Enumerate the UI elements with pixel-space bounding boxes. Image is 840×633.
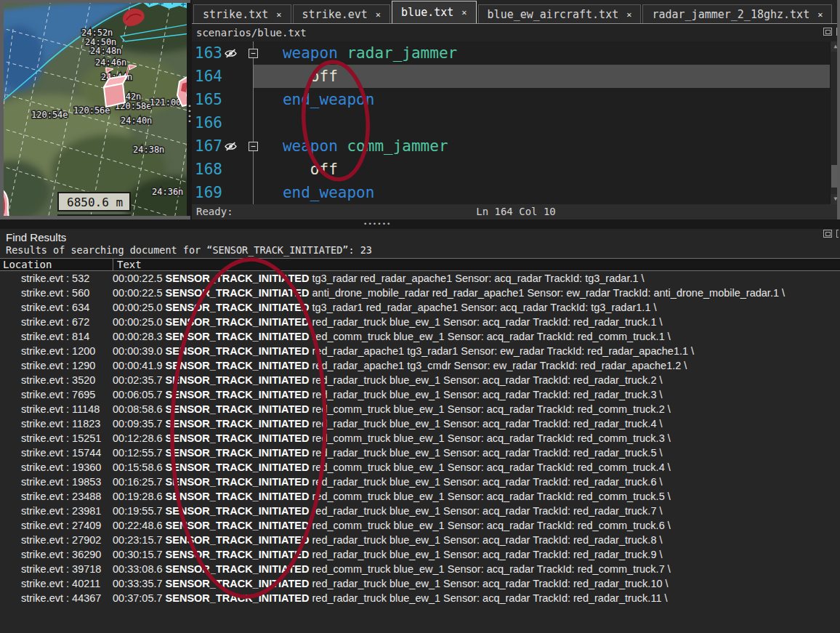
result-location: strike.evt : 11148 [0,402,113,416]
result-text: 00:33:35.7 SENSOR_TRACK_INITIATED red_ra… [113,576,840,591]
code-line-169[interactable]: 169 end_weapon [192,181,830,204]
tab-radar_jammer_2_18ghz.txt[interactable]: radar_jammer_2_18ghz.txt✕ [642,4,832,23]
vertical-splitter[interactable]: •••• [187,0,192,219]
find-results-panel: Find Results Results of searching docume… [0,229,840,633]
result-row[interactable]: strike.evt : 3629000:30:15.7 SENSOR_TRAC… [0,547,840,562]
float-window-icon[interactable] [823,230,832,238]
tab-close-icon[interactable]: ✕ [276,9,281,20]
fold-collapse-icon[interactable]: − [249,49,258,58]
result-text: 00:22:48.6 SENSOR_TRACK_INITIATED red_co… [113,518,840,533]
result-row[interactable]: strike.evt : 56000:00:22.5 SENSOR_TRACK_… [0,286,840,300]
gutter: 163− [192,41,254,65]
tab-strike.evt[interactable]: strike.evt✕ [293,4,391,23]
result-text: 00:00:22.5 SENSOR_TRACK_INITIATED anti_d… [113,286,840,300]
result-text: 00:02:35.7 SENSOR_TRACK_INITIATED red_ra… [113,373,840,387]
code-line-168[interactable]: 168 off [192,158,830,181]
line-number: 168 [195,158,222,181]
fold-collapse-icon[interactable]: − [249,142,258,151]
code-text: off [254,65,830,88]
panel-title: Find Results [6,231,66,243]
result-location: strike.evt : 27409 [0,518,113,533]
tab-strike.txt[interactable]: strike.txt✕ [193,4,291,23]
result-row[interactable]: strike.evt : 120000:00:39.0 SENSOR_TRACK… [0,344,840,358]
result-location: strike.evt : 3520 [0,373,113,387]
code-line-167[interactable]: 167− weapon comm_jammer [192,134,830,158]
horizontal-splitter[interactable]: •••••• [0,219,840,229]
result-location: strike.evt : 19360 [0,460,113,475]
close-panel-icon[interactable] [836,230,839,238]
tab-close-icon[interactable]: ✕ [461,7,467,17]
result-row[interactable]: strike.evt : 63400:00:25.0 SENSOR_TRACK_… [0,300,840,315]
column-header-location[interactable]: Location [0,259,113,270]
gutter: 166 [192,111,254,134]
code-text: weapon radar_jammer [254,41,830,65]
svg-text:120:54e: 120:54e [31,110,68,120]
result-location: strike.evt : 1200 [0,344,113,358]
splitter-grip-icon: •••• [187,104,192,124]
code-text [254,111,830,134]
result-row[interactable]: strike.evt : 67200:00:25.0 SENSOR_TRACK_… [0,315,840,329]
column-header-text[interactable]: Text [113,259,840,270]
result-row[interactable]: strike.evt : 1525100:12:28.6 SENSOR_TRAC… [0,431,840,445]
result-row[interactable]: strike.evt : 129000:00:41.9 SENSOR_TRACK… [0,358,840,373]
code-line-166[interactable]: 166 [192,111,830,134]
code-editor[interactable]: 163− weapon radar_jammer164 off165 end_w… [192,41,830,204]
results-list: strike.evt : 53200:00:22.5 SENSOR_TRACK_… [0,271,840,605]
result-row[interactable]: strike.evt : 352000:02:35.7 SENSOR_TRACK… [0,373,840,387]
tab-blue.txt[interactable]: blue.txt✕ [392,1,476,24]
result-row[interactable]: strike.evt : 1182300:09:35.7 SENSOR_TRAC… [0,416,840,431]
result-text: 00:23:15.7 SENSOR_TRACK_INITIATED red_ra… [113,533,840,547]
editor-status-bar: Ready: Ln 164 Col 10 [192,204,840,219]
tab-close-icon[interactable]: ✕ [626,9,631,20]
map-frame [0,0,4,219]
breadcrumb: scenarios/blue.txt [196,27,307,39]
result-location: strike.evt : 40211 [0,576,113,591]
tab-blue_ew_aircraft.txt[interactable]: blue_ew_aircraft.txt✕ [478,4,642,23]
results-header: Location Text [0,258,840,271]
result-text: 00:19:55.7 SENSOR_TRACK_INITIATED red_ra… [113,504,840,518]
result-row[interactable]: strike.evt : 3971800:33:08.6 SENSOR_TRAC… [0,562,840,576]
code-line-164[interactable]: 164 off [192,65,830,88]
result-row[interactable]: strike.evt : 4021100:33:35.7 SENSOR_TRAC… [0,576,840,591]
result-location: strike.evt : 532 [0,271,113,286]
code-line-163[interactable]: 163− weapon radar_jammer [192,41,830,65]
result-row[interactable]: strike.evt : 4436700:37:05.7 SENSOR_TRAC… [0,591,840,605]
float-window-icon[interactable] [823,28,832,36]
result-row[interactable]: strike.evt : 2790200:23:15.7 SENSOR_TRAC… [0,533,840,547]
result-row[interactable]: strike.evt : 2740900:22:48.6 SENSOR_TRAC… [0,518,840,533]
result-location: strike.evt : 7695 [0,387,113,402]
map-frame [0,216,190,219]
tab-close-icon[interactable]: ✕ [817,9,823,20]
map-3d-view[interactable]: 24:52n24:50n24:48n24:46n24:44n24:42n24:4… [0,0,190,219]
window-frame [837,0,840,219]
result-location: strike.evt : 1290 [0,358,113,373]
result-row[interactable]: strike.evt : 53200:00:22.5 SENSOR_TRACK_… [0,271,840,286]
eye-off-icon[interactable] [225,49,237,58]
result-location: strike.evt : 15251 [0,431,113,445]
result-location: strike.evt : 44367 [0,591,113,605]
result-location: strike.evt : 23981 [0,504,113,518]
result-row[interactable]: strike.evt : 1574400:12:55.7 SENSOR_TRAC… [0,445,840,460]
tab-close-icon[interactable]: ✕ [376,9,381,20]
result-row[interactable]: strike.evt : 2398100:19:55.7 SENSOR_TRAC… [0,504,840,518]
result-row[interactable]: strike.evt : 81400:00:28.3 SENSOR_TRACK_… [0,329,840,344]
result-row[interactable]: strike.evt : 1936000:15:58.6 SENSOR_TRAC… [0,460,840,475]
result-row[interactable]: strike.evt : 2348800:19:28.6 SENSOR_TRAC… [0,489,840,504]
result-location: strike.evt : 19853 [0,475,113,489]
result-location: strike.evt : 560 [0,286,113,300]
eye-off-icon[interactable] [225,142,237,151]
result-location: strike.evt : 39718 [0,562,113,576]
result-text: 00:00:41.9 SENSOR_TRACK_INITIATED red_ra… [113,358,840,373]
line-number: 163 [195,41,222,65]
code-line-165[interactable]: 165 end_weapon [192,88,830,111]
map-viewport[interactable]: 24:52n24:50n24:48n24:46n24:44n24:42n24:4… [0,0,190,219]
result-row[interactable]: strike.evt : 1985300:16:25.7 SENSOR_TRAC… [0,475,840,489]
line-number: 169 [195,181,222,204]
result-row[interactable]: strike.evt : 1114800:08:58.6 SENSOR_TRAC… [0,402,840,416]
tab-label: radar_jammer_2_18ghz.txt [652,8,809,21]
code-text: end_weapon [254,88,830,111]
top-section: 24:52n24:50n24:48n24:46n24:44n24:42n24:4… [0,0,840,219]
code-text: weapon comm_jammer [254,134,830,158]
result-row[interactable]: strike.evt : 769500:06:05.7 SENSOR_TRACK… [0,387,840,402]
gutter: 167− [192,134,254,158]
